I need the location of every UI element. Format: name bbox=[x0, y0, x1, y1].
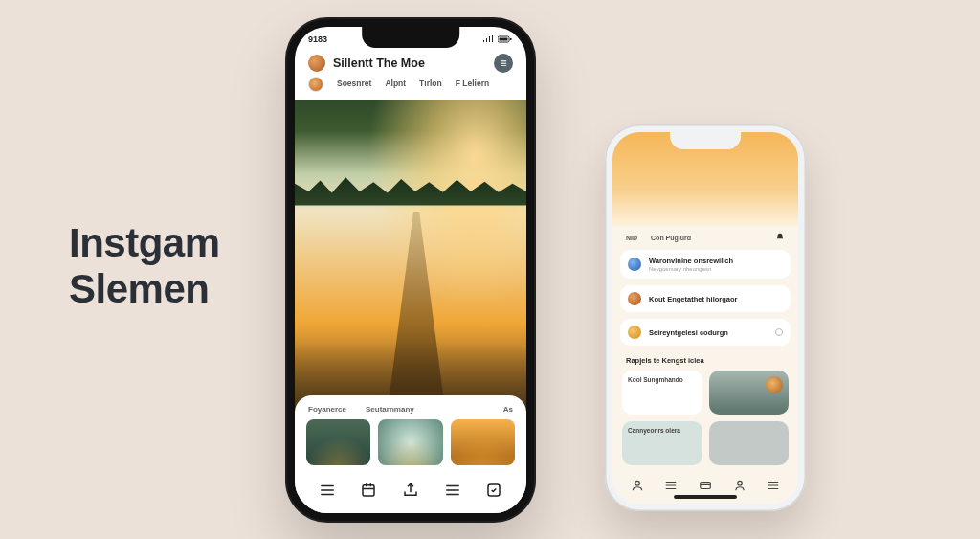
row-avatar-icon bbox=[628, 258, 641, 271]
tile-3[interactable]: Cannyeonrs olera bbox=[622, 421, 702, 465]
svg-point-5 bbox=[635, 481, 639, 485]
bell-icon[interactable] bbox=[775, 233, 785, 242]
nav-person-icon[interactable] bbox=[631, 479, 644, 496]
row-avatar-icon bbox=[628, 292, 641, 305]
tile-2[interactable] bbox=[709, 371, 790, 415]
home-indicator bbox=[674, 495, 737, 499]
hero-image[interactable] bbox=[295, 100, 526, 411]
nav-card-icon[interactable] bbox=[699, 479, 712, 496]
status-time: 9183 bbox=[308, 34, 327, 44]
header-menu-button[interactable]: ≡ bbox=[494, 54, 513, 73]
tile-4[interactable] bbox=[709, 421, 790, 465]
signal-icon bbox=[482, 35, 494, 43]
list-item[interactable]: Kout Engetathet hilorgaor bbox=[620, 285, 791, 312]
tab-2[interactable]: Alpnt bbox=[385, 79, 406, 92]
notch bbox=[670, 132, 741, 149]
nav-user-icon[interactable] bbox=[733, 479, 746, 496]
battery-icon bbox=[498, 35, 513, 43]
nav-add-icon[interactable] bbox=[767, 479, 780, 496]
row-title: Kout Engetathet hilorgaor bbox=[649, 295, 738, 303]
tab-4[interactable]: F Leliern bbox=[456, 79, 489, 92]
tile-1[interactable]: Kool Sungmhando bbox=[622, 371, 702, 415]
nav-menu-icon[interactable] bbox=[664, 479, 678, 496]
breadcrumb: NID Con Puglurd bbox=[620, 227, 791, 250]
app-title: Sillentt The Moe bbox=[333, 56, 486, 70]
panel-label-3: As bbox=[503, 405, 513, 414]
row-title: Waronvinine onsrewillch bbox=[649, 257, 733, 265]
thumbnail-2[interactable] bbox=[378, 419, 442, 465]
breadcrumb-left[interactable]: NID bbox=[626, 235, 637, 241]
tile-avatar-icon bbox=[766, 376, 783, 393]
list-item[interactable]: Seireyntgelesi codurgn bbox=[620, 319, 791, 346]
nav-share-icon[interactable] bbox=[402, 482, 419, 503]
panel-label-2: Seutarnmany bbox=[366, 405, 414, 414]
svg-rect-1 bbox=[500, 38, 508, 41]
tab-3[interactable]: Tırlon bbox=[419, 79, 442, 92]
phone-secondary: NID Con Puglurd Waronvinine onsrewillch … bbox=[605, 124, 806, 511]
phone-primary: 9183 Sillentt The Moe ≡ Soesnret Alpnt T… bbox=[285, 17, 536, 523]
story-ring[interactable] bbox=[308, 77, 323, 92]
svg-rect-2 bbox=[510, 38, 512, 40]
nav-menu-icon[interactable] bbox=[319, 482, 336, 503]
panel-label-1: Foyanerce bbox=[308, 405, 346, 414]
thumbnail-1[interactable] bbox=[306, 419, 370, 465]
svg-point-7 bbox=[737, 481, 742, 485]
notch bbox=[362, 27, 459, 48]
nav-bookmark-icon[interactable] bbox=[485, 482, 502, 503]
nav-calendar-icon[interactable] bbox=[360, 482, 377, 503]
chevron-icon bbox=[775, 328, 783, 336]
thumbnail-3[interactable] bbox=[451, 419, 515, 465]
section-heading: Rapjels te Kengst iclea bbox=[620, 352, 791, 371]
breadcrumb-right[interactable]: Con Puglurd bbox=[651, 235, 691, 241]
row-avatar-icon bbox=[628, 326, 641, 339]
category-tabs: Soesnret Alpnt Tırlon F Leliern bbox=[295, 79, 526, 100]
row-subtitle: Nevgoersary nheongesn bbox=[649, 266, 733, 272]
page-headline: Instgam Slemen bbox=[69, 220, 220, 313]
row-title: Seireyntgelesi codurgn bbox=[649, 328, 728, 337]
svg-rect-3 bbox=[363, 485, 374, 496]
avatar[interactable] bbox=[308, 55, 325, 72]
tab-1[interactable]: Soesnret bbox=[337, 79, 371, 92]
tile-grid: Kool Sungmhando Cannyeonrs olera bbox=[620, 371, 791, 465]
headline-line2: Slemen bbox=[69, 266, 220, 312]
bottom-panel: Foyanerce Seutarnmany As bbox=[295, 395, 526, 513]
nav-menu2-icon[interactable] bbox=[444, 482, 461, 503]
app-header: Sillentt The Moe ≡ bbox=[295, 52, 526, 79]
list-item[interactable]: Waronvinine onsrewillch Nevgoersary nheo… bbox=[620, 250, 791, 279]
headline-line1: Instgam bbox=[69, 220, 220, 266]
bottom-nav bbox=[306, 471, 515, 513]
